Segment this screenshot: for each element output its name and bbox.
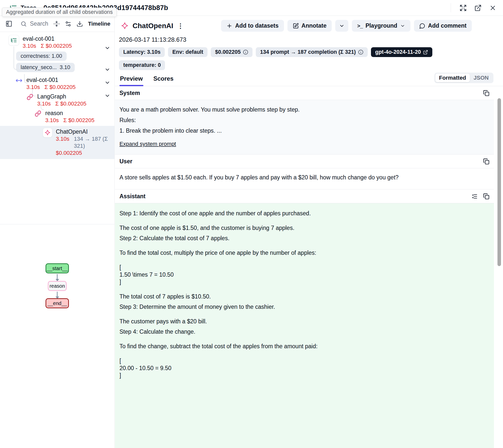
observation-name: ChatOpenAI bbox=[56, 128, 114, 135]
topbar-actions bbox=[451, 3, 496, 12]
tree-guide bbox=[14, 46, 17, 70]
score-badge-correctness: correctness: 1.00 bbox=[16, 52, 67, 61]
annotate-dropdown-button[interactable] bbox=[335, 20, 348, 32]
score-badge-latency: latency_seco... 3.10 bbox=[16, 63, 75, 72]
copy-icon[interactable] bbox=[483, 193, 489, 200]
system-message-body: You are a math problem solver. You must … bbox=[115, 100, 494, 155]
cost-badge[interactable]: $0.002205 bbox=[211, 47, 253, 57]
terminal-icon: >_ bbox=[357, 23, 363, 29]
timeline-toggle[interactable]: Timeline bbox=[88, 21, 110, 27]
token-usage-badge[interactable]: 134 prompt → 187 completion (Σ 321) bbox=[256, 47, 368, 57]
observation-duration: 3.10s bbox=[23, 42, 36, 49]
observation-name: eval-cot-001 bbox=[26, 76, 76, 84]
observation-name: LangGraph bbox=[37, 93, 87, 100]
observation-tree: eval-cot-001 3.10s Σ $0.002205 correctne… bbox=[0, 32, 114, 159]
link-icon bbox=[27, 94, 33, 100]
info-icon bbox=[243, 49, 248, 55]
observation-cost: Σ $0.002205 bbox=[55, 100, 87, 107]
generation-sparkle-icon bbox=[121, 22, 129, 30]
chevron-down-icon bbox=[400, 23, 405, 28]
observation-detail-panel: ChatOpenAI ⋮ Add to datasets Annotate bbox=[115, 16, 503, 448]
more-menu-icon[interactable]: ⋮ bbox=[177, 23, 184, 29]
observation-tokens: 134 → 187 (Σ 321) bbox=[74, 135, 114, 150]
observation-duration: 3.10s bbox=[37, 100, 51, 107]
tab-scores[interactable]: Scores bbox=[153, 75, 174, 86]
tree-node-trace-root[interactable]: eval-cot-001 3.10s Σ $0.002205 correctne… bbox=[0, 35, 114, 72]
observation-cost: Σ $0.002205 bbox=[63, 117, 95, 124]
action-buttons: Add to datasets Annotate >_ Playground bbox=[221, 20, 499, 32]
graph-node-reason[interactable]: reason bbox=[48, 281, 67, 291]
search-icon bbox=[20, 21, 27, 27]
chevron-down-icon[interactable] bbox=[104, 67, 110, 73]
model-badge[interactable]: gpt-4o-2024-11-20 bbox=[371, 47, 433, 57]
close-icon[interactable] bbox=[489, 4, 496, 12]
playground-button[interactable]: >_ Playground bbox=[352, 20, 410, 32]
scrollbar-thumb[interactable] bbox=[497, 98, 501, 266]
fold-observations-icon[interactable] bbox=[53, 21, 60, 27]
trace-tree-icon bbox=[9, 35, 19, 45]
info-icon bbox=[358, 49, 363, 55]
annotate-button[interactable]: Annotate bbox=[287, 20, 332, 32]
assistant-message-body: Step 1: Identify the cost of one apple a… bbox=[115, 203, 494, 448]
assistant-message-header: Assistant bbox=[115, 189, 494, 203]
message-preview: System You are a math problem solver. Yo… bbox=[115, 86, 494, 448]
open-external-icon[interactable] bbox=[474, 4, 482, 12]
observation-cost: Σ $0.002205 bbox=[45, 84, 76, 91]
tree-node-chatopenai-selected[interactable]: ChatOpenAI 3.10s 134 → 187 (Σ 321) $0.00… bbox=[0, 126, 114, 159]
divider bbox=[451, 3, 451, 12]
metadata-badges-row2: temperature: 0 bbox=[115, 57, 503, 70]
copy-icon[interactable] bbox=[483, 158, 489, 165]
trace-detail-window: Trace 0e8510d964842bb2093d19744478b87b A… bbox=[0, 0, 503, 448]
comment-bubble-icon bbox=[419, 23, 425, 29]
graph-node-end[interactable]: __end__ bbox=[46, 298, 69, 308]
list-collapse-icon[interactable] bbox=[471, 193, 478, 200]
copy-icon[interactable] bbox=[483, 90, 489, 96]
toggle-json[interactable]: JSON bbox=[470, 74, 492, 82]
settings-icon[interactable] bbox=[65, 21, 71, 27]
divider bbox=[0, 224, 114, 224]
graph-edge-arrow bbox=[57, 292, 58, 296]
observation-tree-panel: Search Timeline bbox=[0, 16, 115, 448]
observation-header: ChatOpenAI ⋮ Add to datasets Annotate bbox=[115, 16, 503, 33]
observation-duration: 3.10s bbox=[26, 84, 40, 91]
link-icon bbox=[35, 110, 41, 117]
observation-cost: Σ $0.002205 bbox=[41, 42, 72, 49]
add-comment-button[interactable]: Add comment bbox=[414, 20, 472, 32]
pencil-square-icon bbox=[293, 23, 299, 29]
start-timestamp: 2026-03-17 11:13:28.673 bbox=[115, 33, 503, 43]
observation-cost: $0.002205 bbox=[56, 150, 82, 157]
toggle-formatted[interactable]: Formatted bbox=[435, 74, 470, 82]
graph-edge-arrow bbox=[57, 274, 58, 279]
metadata-badges: Latency: 3.10s Env: default $0.002205 13… bbox=[115, 43, 503, 57]
observation-name: reason bbox=[45, 109, 95, 117]
expand-system-prompt-link[interactable]: Expand system prompt bbox=[119, 141, 176, 147]
search-input[interactable]: Search bbox=[20, 20, 48, 27]
chevron-down-icon bbox=[339, 23, 345, 29]
observation-name: eval-cot-001 bbox=[23, 35, 72, 42]
graph-node-start[interactable]: __start__ bbox=[46, 263, 69, 273]
search-placeholder: Search bbox=[30, 20, 48, 27]
tree-node-langgraph[interactable]: LangGraph 3.10s Σ $0.002205 bbox=[0, 93, 114, 107]
tooltip: Aggregated duration of all child observa… bbox=[2, 8, 117, 17]
tree-node-reason[interactable]: reason 3.10s Σ $0.002205 bbox=[0, 109, 114, 124]
tree-node-span[interactable]: eval-cot-001 3.10s Σ $0.002205 bbox=[0, 76, 114, 91]
latency-badge: Latency: 3.10s bbox=[119, 47, 165, 57]
collapse-panel-icon[interactable] bbox=[6, 20, 12, 27]
temperature-badge: temperature: 0 bbox=[119, 60, 165, 70]
plus-icon bbox=[226, 23, 232, 29]
observation-duration: 3.10s bbox=[56, 135, 69, 150]
add-to-datasets-button[interactable]: Add to datasets bbox=[221, 20, 284, 32]
env-badge: Env: default bbox=[168, 47, 207, 57]
user-message-header: User bbox=[115, 155, 494, 168]
expand-icon[interactable] bbox=[459, 4, 467, 12]
tab-preview[interactable]: Preview bbox=[119, 75, 143, 86]
observation-duration: 3.10s bbox=[45, 117, 59, 124]
view-toggle: Formatted JSON bbox=[434, 73, 493, 83]
observation-title: ChatOpenAI bbox=[133, 22, 173, 30]
download-icon[interactable] bbox=[76, 21, 83, 27]
span-move-horizontal-icon bbox=[16, 77, 22, 84]
system-message-header: System bbox=[115, 86, 494, 100]
generation-sparkle-icon bbox=[43, 128, 52, 137]
user-message-body: A store sells apples at $1.50 each. If y… bbox=[115, 168, 494, 189]
sidebar-toolbar: Search Timeline bbox=[0, 16, 114, 32]
